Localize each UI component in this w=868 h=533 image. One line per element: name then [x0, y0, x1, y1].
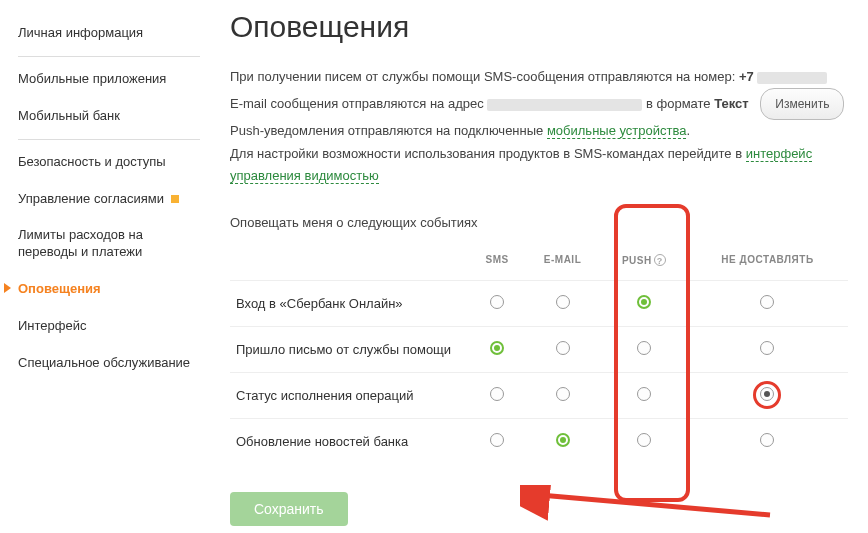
col-email: E-MAIL [524, 244, 600, 281]
row-label: Вход в «Сбербанк Онлайн» [230, 280, 470, 326]
sidebar-item-interface[interactable]: Интерфейс [18, 308, 200, 345]
save-button[interactable]: Сохранить [230, 492, 348, 526]
table-row: Статус исполнения операций [230, 372, 848, 418]
phone-prefix: +7 [739, 69, 754, 84]
row-label: Обновление новостей банка [230, 418, 470, 464]
row-label: Пришло письмо от службы помощи [230, 326, 470, 372]
intro-text: E-mail сообщения отправляются на адрес [230, 96, 487, 111]
intro-block: При получении писем от службы помощи SMS… [230, 66, 848, 187]
table-row: Вход в «Сбербанк Онлайн» [230, 280, 848, 326]
row-label: Статус исполнения операций [230, 372, 470, 418]
notification-table: SMS E-MAIL PUSH? НЕ ДОСТАВЛЯТЬ Вход в «С… [230, 244, 848, 464]
intro-text: Для настройки возможности использования … [230, 146, 746, 161]
page-title: Оповещения [230, 10, 848, 44]
section-label: Оповещать меня о следующих событиях [230, 215, 848, 230]
radio-email[interactable] [556, 433, 570, 447]
help-icon[interactable]: ? [654, 254, 666, 266]
notification-table-wrap: SMS E-MAIL PUSH? НЕ ДОСТАВЛЯТЬ Вход в «С… [230, 244, 848, 464]
radio-push[interactable] [637, 295, 651, 309]
sidebar-item-limits[interactable]: Лимиты расходов на переводы и платежи [18, 217, 200, 271]
sidebar: Личная информация Мобильные приложения М… [0, 0, 200, 533]
col-push: PUSH? [601, 244, 687, 281]
table-row: Обновление новостей банка [230, 418, 848, 464]
change-button[interactable]: Изменить [760, 88, 844, 120]
sidebar-item-mobilebank[interactable]: Мобильный банк [18, 98, 200, 135]
radio-email[interactable] [556, 341, 570, 355]
sidebar-item-consents[interactable]: Управление согласиями [18, 181, 200, 218]
radio-none[interactable] [760, 387, 774, 401]
radio-none[interactable] [760, 341, 774, 355]
radio-sms[interactable] [490, 295, 504, 309]
arrow-annotation [520, 485, 780, 525]
table-row: Пришло письмо от службы помощи [230, 326, 848, 372]
svg-line-1 [540, 495, 770, 515]
sidebar-item-label: Управление согласиями [18, 191, 164, 206]
radio-sms[interactable] [490, 387, 504, 401]
masked-email [487, 99, 642, 111]
radio-none[interactable] [760, 433, 774, 447]
sidebar-item-personal[interactable]: Личная информация [18, 15, 200, 52]
main-content: Оповещения При получении писем от службы… [200, 0, 868, 533]
sidebar-item-apps[interactable]: Мобильные приложения [18, 61, 200, 98]
col-push-label: PUSH [622, 255, 652, 266]
radio-sms[interactable] [490, 433, 504, 447]
intro-text: Push-уведомления отправляются на подключ… [230, 123, 547, 138]
divider [18, 56, 200, 57]
radio-sms[interactable] [490, 341, 504, 355]
radio-push[interactable] [637, 433, 651, 447]
radio-email[interactable] [556, 387, 570, 401]
radio-push[interactable] [637, 387, 651, 401]
col-sms: SMS [470, 244, 524, 281]
masked-phone [757, 72, 827, 84]
col-event [230, 244, 470, 281]
intro-text: в формате [642, 96, 714, 111]
radio-push[interactable] [637, 341, 651, 355]
sidebar-item-security[interactable]: Безопасность и доступы [18, 144, 200, 181]
intro-text: При получении писем от службы помощи SMS… [230, 69, 739, 84]
format-word: Текст [714, 96, 748, 111]
radio-email[interactable] [556, 295, 570, 309]
sidebar-item-notifications[interactable]: Оповещения [18, 271, 200, 308]
sidebar-item-special[interactable]: Специальное обслуживание [18, 345, 200, 382]
radio-none[interactable] [760, 295, 774, 309]
divider [18, 139, 200, 140]
link-devices[interactable]: мобильные устройства [547, 123, 687, 139]
badge-icon [171, 195, 179, 203]
col-none: НЕ ДОСТАВЛЯТЬ [687, 244, 848, 281]
